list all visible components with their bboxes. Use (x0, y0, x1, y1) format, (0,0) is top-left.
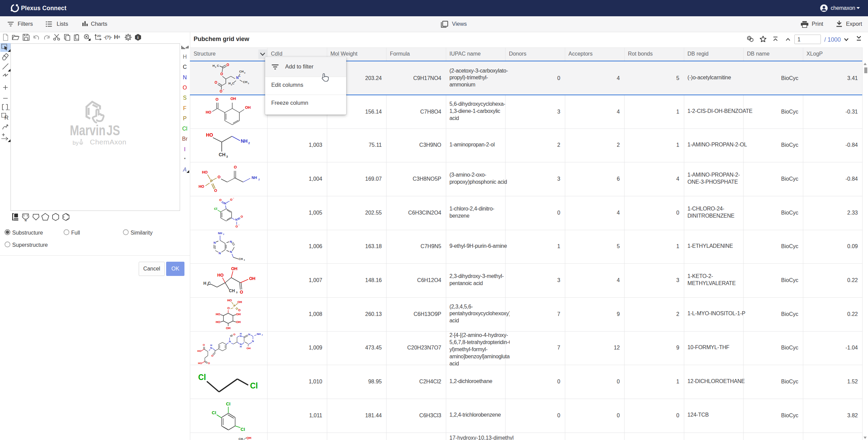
svg-text:3: 3 (243, 439, 245, 440)
svg-text:O: O (211, 354, 213, 357)
svg-text:O: O (219, 198, 221, 202)
svg-text:CH: CH (239, 257, 243, 261)
svg-text:OH: OH (236, 320, 241, 324)
svg-text:P: P (234, 304, 236, 307)
svg-text:O: O (240, 290, 243, 295)
svg-text:N: N (230, 250, 232, 254)
svg-text:NH: NH (218, 232, 222, 235)
svg-text:CH: CH (243, 80, 248, 84)
svg-text:O: O (234, 165, 237, 169)
svg-text:O: O (214, 188, 217, 193)
svg-text:3: 3 (244, 72, 245, 74)
svg-text:O: O (227, 306, 230, 310)
svg-text:i: i (137, 35, 139, 40)
svg-text:Cl: Cl (212, 410, 216, 415)
svg-text:O: O (235, 225, 238, 228)
svg-text:3: 3 (226, 155, 228, 158)
svg-text:O: O (233, 333, 235, 336)
svg-text:Cl: Cl (214, 207, 217, 211)
svg-text:N: N (240, 335, 242, 338)
svg-text:HO: HO (216, 313, 220, 316)
svg-text:O: O (218, 175, 221, 179)
svg-text:O: O (240, 215, 243, 218)
svg-text:N: N (235, 218, 238, 221)
svg-text:HO: HO (199, 184, 204, 188)
svg-text:HO: HO (198, 362, 202, 365)
svg-text:O: O (220, 72, 223, 76)
svg-text:OH: OH (249, 276, 256, 281)
svg-text:OH: OH (236, 313, 241, 316)
svg-text:2: 2 (248, 141, 250, 145)
svg-text:N: N (252, 340, 254, 343)
svg-text:O: O (208, 362, 210, 365)
svg-text:Cl: Cl (250, 381, 258, 390)
svg-text:−: − (223, 88, 224, 91)
svg-text:HO: HO (227, 299, 232, 302)
svg-text:H: H (213, 64, 215, 67)
svg-text:−: − (233, 197, 234, 199)
svg-text:Cl: Cl (226, 401, 231, 406)
svg-text:3: 3 (236, 291, 238, 294)
svg-text:O: O (230, 198, 232, 201)
svg-text:CH: CH (219, 152, 225, 157)
svg-text:OH: OH (231, 266, 238, 271)
svg-text:R: R (4, 115, 8, 121)
svg-text:n: n (8, 108, 9, 111)
svg-text:P: P (210, 179, 213, 183)
svg-text:OH: OH (231, 97, 236, 101)
svg-text:CH: CH (239, 437, 243, 440)
svg-text:Cl: Cl (241, 427, 245, 432)
svg-text:N: N (25, 219, 26, 222)
svg-text:C: C (217, 64, 219, 67)
svg-text:N: N (224, 202, 226, 205)
svg-text:HO: HO (197, 349, 201, 353)
svg-text:2: 2 (223, 233, 224, 235)
svg-text:H: H (240, 345, 241, 348)
svg-text:O: O (238, 308, 240, 312)
svg-text:−: − (238, 224, 240, 226)
svg-text:OH: OH (226, 326, 231, 330)
svg-text:N: N (248, 333, 250, 336)
svg-text:CH: CH (239, 70, 244, 73)
svg-text:2: 2 (262, 334, 263, 336)
svg-text:N: N (219, 252, 221, 255)
svg-text:NH: NH (241, 138, 248, 144)
svg-text:N: N (214, 241, 216, 244)
svg-text:OH: OH (246, 347, 251, 350)
svg-text:N: N (210, 346, 212, 349)
svg-text:OH: OH (237, 300, 242, 304)
svg-text:O: O (203, 343, 205, 346)
svg-text:HO: HO (206, 132, 213, 138)
svg-text:3: 3 (248, 82, 249, 84)
svg-text:C: C (232, 82, 235, 85)
svg-text:O: O (226, 63, 229, 67)
svg-text:H: H (203, 281, 206, 286)
svg-text:O: O (216, 97, 219, 101)
svg-text:2D: 2D (97, 34, 101, 38)
svg-text:H: H (229, 82, 231, 85)
svg-text:HO: HO (217, 273, 224, 278)
svg-text:N: N (229, 340, 231, 343)
svg-text:OH: OH (246, 436, 251, 440)
svg-text:O: O (220, 89, 222, 93)
svg-text:3: 3 (215, 66, 216, 68)
svg-text:Cl: Cl (198, 373, 206, 382)
svg-text:HO: HO (206, 110, 212, 114)
svg-text:3: 3 (244, 259, 245, 261)
svg-text:HO: HO (216, 320, 220, 324)
svg-text:CH: CH (229, 288, 235, 293)
svg-text:2: 2 (258, 178, 260, 181)
svg-text:NH: NH (252, 176, 257, 180)
svg-text:O: O (215, 81, 217, 84)
svg-text:NH: NH (257, 333, 261, 336)
svg-text:HO: HO (202, 170, 208, 174)
svg-text:C: C (208, 281, 211, 286)
svg-text:OH: OH (245, 105, 251, 109)
